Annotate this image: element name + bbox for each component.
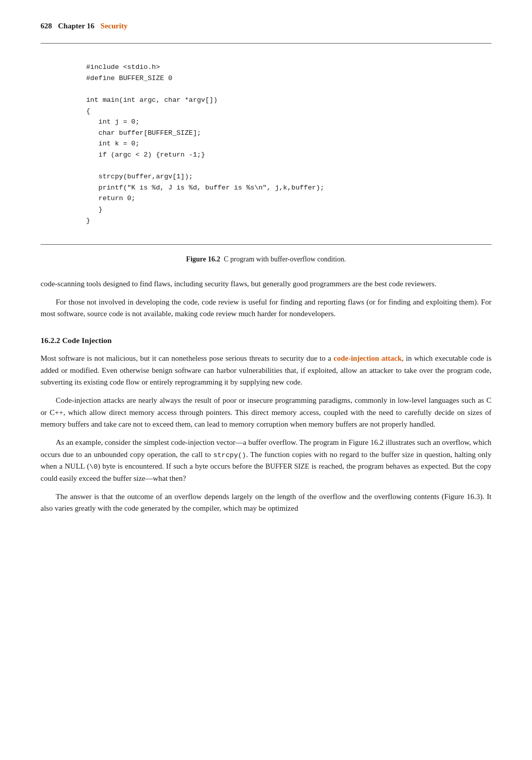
p5-text-3: ) byte is encountered. If such a byte oc… bbox=[98, 462, 265, 470]
chapter-label: Chapter 16 bbox=[58, 20, 95, 32]
p3-text-before-link: Most software is not malicious, but it c… bbox=[41, 354, 333, 362]
p5-code-2: \0 bbox=[90, 463, 98, 471]
code-injection-link[interactable]: code-injection attack bbox=[333, 354, 402, 362]
p5-smallcaps: BUFFER SIZE bbox=[265, 463, 310, 470]
body-text: code-scanning tools designed to find fla… bbox=[41, 278, 491, 515]
p5-code-1: strcpy() bbox=[213, 451, 246, 459]
page-header: 628 Chapter 16 Security bbox=[41, 20, 491, 32]
chapter-title-link[interactable]: Security bbox=[100, 20, 127, 32]
paragraph-6: The answer is that the outcome of an ove… bbox=[41, 491, 491, 515]
paragraph-4: Code-injection attacks are nearly always… bbox=[41, 395, 491, 431]
page-number: 628 bbox=[41, 20, 52, 32]
top-rule bbox=[41, 43, 491, 44]
paragraph-3: Most software is not malicious, but it c… bbox=[41, 353, 491, 389]
figure-text: C program with buffer-overflow condition… bbox=[222, 255, 346, 263]
bottom-rule bbox=[41, 244, 491, 245]
code-block: #include <stdio.h> #define BUFFER_SIZE 0… bbox=[41, 55, 491, 233]
figure-label: Figure 16.2 bbox=[186, 255, 220, 263]
figure-caption: Figure 16.2 C program with buffer-overfl… bbox=[41, 254, 491, 265]
paragraph-5: As an example, consider the simplest cod… bbox=[41, 437, 491, 485]
paragraph-1: code-scanning tools designed to find fla… bbox=[41, 278, 491, 290]
section-heading: 16.2.2 Code Injection bbox=[41, 334, 491, 347]
paragraph-2: For those not involved in developing the… bbox=[41, 296, 491, 320]
page: 628 Chapter 16 Security #include <stdio.… bbox=[0, 0, 532, 760]
